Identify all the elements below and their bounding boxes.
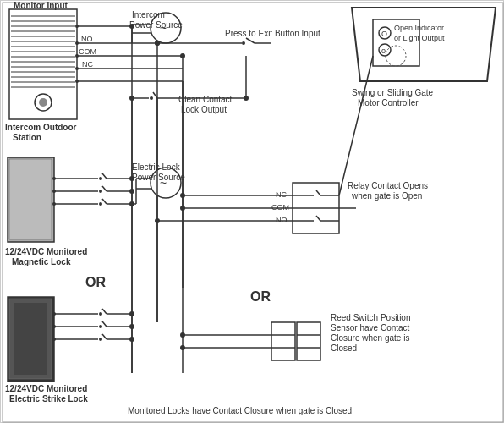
svg-text:NC: NC <box>276 190 287 199</box>
svg-point-168 <box>155 41 160 46</box>
svg-point-21 <box>75 25 79 28</box>
svg-text:Motor Controller: Motor Controller <box>358 98 419 107</box>
svg-text:Electric Strike Lock: Electric Strike Lock <box>9 394 88 404</box>
svg-rect-72 <box>9 159 52 239</box>
svg-point-90 <box>99 202 102 206</box>
svg-point-179 <box>129 324 134 329</box>
svg-point-117 <box>99 338 102 341</box>
svg-point-101 <box>52 312 56 316</box>
svg-text:or Light Output: or Light Output <box>394 34 445 42</box>
svg-text:Lock Output: Lock Output <box>181 105 227 114</box>
svg-point-105 <box>52 338 56 341</box>
svg-text:Magnetic Lock: Magnetic Lock <box>12 257 71 266</box>
svg-point-45 <box>242 41 245 45</box>
svg-text:Clean Contact: Clean Contact <box>178 95 233 104</box>
svg-text:Relay Contact Opens: Relay Contact Opens <box>348 181 428 190</box>
svg-text:12/24VDC Monitored: 12/24VDC Monitored <box>5 247 87 256</box>
svg-text:Intercom: Intercom <box>132 10 165 19</box>
svg-text:COM: COM <box>271 203 289 212</box>
svg-point-86 <box>99 190 102 193</box>
svg-point-180 <box>129 337 134 342</box>
svg-text:Closure when gate is: Closure when gate is <box>331 333 409 343</box>
svg-text:OR: OR <box>250 289 271 304</box>
svg-rect-150 <box>271 322 295 360</box>
svg-point-178 <box>129 311 134 316</box>
svg-text:Open Indicator: Open Indicator <box>394 24 444 32</box>
svg-text:OR: OR <box>85 275 106 289</box>
svg-point-171 <box>244 96 249 101</box>
svg-text:Electric Lock: Electric Lock <box>132 162 181 172</box>
svg-text:Station: Station <box>13 133 41 142</box>
svg-text:Monitor Input: Monitor Input <box>14 1 68 10</box>
svg-text:12/24VDC Monitored: 12/24VDC Monitored <box>5 384 87 393</box>
svg-point-78 <box>52 202 56 206</box>
svg-point-55 <box>129 24 134 29</box>
svg-point-176 <box>155 218 160 223</box>
svg-point-63 <box>150 96 153 100</box>
svg-point-18 <box>39 98 47 107</box>
svg-point-82 <box>99 177 102 180</box>
svg-text:Monitored Locks have Contact C: Monitored Locks have Contact Closure whe… <box>128 406 352 415</box>
svg-text:NO: NO <box>81 35 93 43</box>
svg-point-113 <box>99 325 102 328</box>
svg-point-29 <box>75 80 79 83</box>
svg-text:Press to Exit Button Input: Press to Exit Button Input <box>225 29 320 38</box>
svg-point-74 <box>52 177 56 180</box>
svg-text:o: o <box>381 47 386 55</box>
svg-point-27 <box>75 67 79 70</box>
svg-text:Sensor have Contact: Sensor have Contact <box>331 323 410 332</box>
svg-text:Reed Switch Position: Reed Switch Position <box>331 313 411 322</box>
svg-point-57 <box>180 53 185 58</box>
svg-text:O: O <box>381 30 387 38</box>
svg-point-166 <box>129 96 134 101</box>
svg-rect-99 <box>14 303 47 375</box>
svg-point-109 <box>99 312 102 316</box>
svg-point-23 <box>75 41 79 45</box>
svg-text:when gate is Open: when gate is Open <box>351 191 422 201</box>
svg-point-76 <box>52 190 56 193</box>
svg-rect-151 <box>297 322 320 360</box>
svg-text:Closed: Closed <box>331 343 357 353</box>
svg-text:Intercom Outdoor: Intercom Outdoor <box>5 123 77 132</box>
svg-point-103 <box>52 325 56 328</box>
svg-text:COM: COM <box>79 47 96 56</box>
svg-text:NC: NC <box>82 60 93 69</box>
svg-text:Power Source: Power Source <box>132 173 185 182</box>
diagram-container: Monitor Input NO COM NC Intercom Outdoor… <box>0 0 504 423</box>
svg-text:NO: NO <box>276 216 288 224</box>
